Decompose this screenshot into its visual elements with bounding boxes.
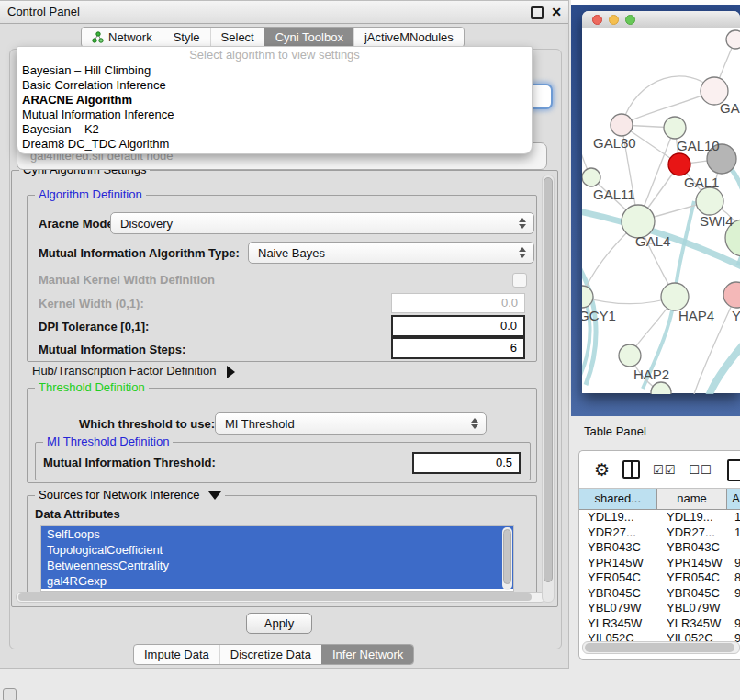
table-cell: YLR345W <box>658 616 730 632</box>
tab-style[interactable]: Style <box>163 28 210 47</box>
data-attribute-item[interactable]: gal4RGexp <box>41 573 513 589</box>
scrollbar-thumb[interactable] <box>585 643 734 652</box>
mi-algorithm-type-combobox[interactable]: Naive Bayes <box>248 242 534 264</box>
tab-select-label: Select <box>221 30 254 44</box>
minimize-traffic-light-icon[interactable] <box>609 15 619 25</box>
page-icon[interactable] <box>727 459 740 481</box>
tab-cyni-toolbox[interactable]: Cyni Toolbox <box>264 28 353 47</box>
expanded-arrow-icon[interactable] <box>208 491 221 500</box>
manual-kernel-width-checkbox <box>512 273 527 288</box>
split-columns-icon[interactable] <box>622 460 640 479</box>
grip-icon[interactable] <box>3 688 17 700</box>
close-window-icon[interactable]: ✕ <box>551 4 562 20</box>
network-node[interactable] <box>619 344 641 367</box>
settings-horizontal-scrollbar[interactable] <box>16 592 546 603</box>
attributes-list-scrollbar[interactable] <box>502 527 512 590</box>
table-row[interactable]: YPR145WYPR145W9. <box>579 556 740 571</box>
tab-network[interactable]: Network <box>82 28 163 47</box>
data-attribute-item[interactable]: BetweennessCentrality <box>41 558 513 573</box>
sources-group-title[interactable]: Sources for Network Inference <box>35 488 225 502</box>
algorithm-option[interactable]: Bayesian – Hill Climbing <box>17 63 532 78</box>
table-row[interactable]: YDL19...YDL19...13 <box>579 510 740 525</box>
close-traffic-light-icon[interactable] <box>592 15 602 25</box>
network-window: GALGAL80GAL10GAL1GAL11SWI4GAL4GCY1HAP4YH… <box>582 11 740 393</box>
tab-impute-data[interactable]: Impute Data <box>134 645 219 664</box>
node-label: GAL4 <box>635 233 670 249</box>
table-cell: YBL079W <box>658 601 730 616</box>
threshold-definition-group: Threshold Definition Which threshold to … <box>27 388 537 483</box>
node-label: GAL <box>720 100 740 116</box>
network-node[interactable] <box>611 114 633 136</box>
tab-jactivemnodules[interactable]: jActiveMNodules <box>353 28 464 47</box>
mi-steps-field[interactable]: 6 <box>391 337 525 359</box>
network-window-titlebar[interactable] <box>582 11 740 28</box>
algorithm-option[interactable]: Dream8 DC_TDC Algorithm <box>17 137 532 152</box>
algorithm-option[interactable]: ARACNE Algorithm <box>17 93 532 107</box>
tab-discretize-data-label: Discretize Data <box>230 648 311 661</box>
scrollbar-thumb[interactable] <box>544 177 553 582</box>
table-cell: 9. <box>730 556 740 571</box>
zoom-traffic-light-icon[interactable] <box>625 15 635 25</box>
settings-vertical-scrollbar[interactable] <box>542 175 555 603</box>
algorithm-option[interactable]: Basic Correlation Inference <box>17 78 532 93</box>
control-panel-titlebar: Control Panel ✕ <box>0 1 568 24</box>
network-node[interactable] <box>651 382 671 394</box>
which-threshold-combobox[interactable]: MI Threshold <box>215 412 487 435</box>
node-label: GAL80 <box>593 135 636 151</box>
network-node[interactable] <box>582 168 600 186</box>
data-attribute-item[interactable]: SelfLoops <box>41 526 513 542</box>
table-cell <box>730 540 740 556</box>
cyni-algorithm-settings-group: Cyni Algorithm Settings Algorithm Defini… <box>11 170 558 607</box>
table-cell: YLR345W <box>579 616 658 632</box>
column-header-name[interactable]: name <box>657 489 728 509</box>
table-row[interactable]: YBR045CYBR045C9. <box>579 586 740 602</box>
hub-tf-definition-section[interactable]: Hub/Transcription Factor Definition <box>32 364 235 378</box>
table-panel-title: Table Panel <box>584 424 646 438</box>
tab-infer-network[interactable]: Infer Network <box>321 645 413 664</box>
table-cell: 12 <box>730 525 740 541</box>
table-row[interactable]: YLR345WYLR345W9. <box>579 616 740 632</box>
collapsed-arrow-icon[interactable] <box>227 366 235 378</box>
table-row[interactable]: YDR27...YDR27...12 <box>579 525 740 541</box>
table-row[interactable]: YBR043CYBR043C <box>579 540 740 556</box>
table-row[interactable]: YBL079WYBL079W <box>579 601 740 616</box>
cyni-bottom-tabbar: Impute Data Discretize Data Infer Networ… <box>133 644 414 665</box>
column-header-clipped[interactable]: A <box>727 489 740 509</box>
control-panel-title: Control Panel <box>7 5 80 18</box>
network-node[interactable] <box>726 30 740 49</box>
table-row[interactable]: YER054CYER054C8. <box>579 570 740 586</box>
algorithm-list: Bayesian – Hill ClimbingBasic Correlatio… <box>17 63 532 152</box>
tab-select[interactable]: Select <box>210 28 264 47</box>
data-attributes-items: SelfLoopsTopologicalCoefficientBetweenne… <box>41 526 513 589</box>
network-node[interactable] <box>668 153 690 175</box>
tab-style-label: Style <box>174 30 200 44</box>
dpi-tolerance-field[interactable]: 0.0 <box>391 315 525 337</box>
gear-icon[interactable]: ⚙ <box>594 461 610 479</box>
table-horizontal-scrollbar[interactable] <box>582 641 740 654</box>
network-node[interactable] <box>723 282 740 308</box>
data-attribute-item[interactable]: TopologicalCoefficient <box>41 542 513 558</box>
scrollbar-thumb[interactable] <box>18 593 532 601</box>
table-cell: YDR27... <box>658 525 730 541</box>
algorithm-option[interactable]: Bayesian – K2 <box>17 122 532 137</box>
tab-infer-network-label: Infer Network <box>332 648 403 661</box>
scrollbar-thumb[interactable] <box>503 529 511 584</box>
algorithm-option[interactable]: Mutual Information Inference <box>17 107 532 122</box>
algorithm-dropdown-prompt: Select algorithm to view settings <box>17 47 532 63</box>
unchecked-boxes-icon[interactable]: ☐☐ <box>689 463 712 477</box>
aracne-mode-combobox[interactable]: Discovery <box>110 212 534 234</box>
checked-boxes-icon[interactable]: ☑☑ <box>653 463 676 477</box>
network-node[interactable] <box>696 187 723 215</box>
network-canvas[interactable]: GALGAL80GAL10GAL1GAL11SWI4GAL4GCY1HAP4YH… <box>582 28 740 394</box>
column-header-shared[interactable]: shared... <box>579 489 657 509</box>
float-window-icon[interactable] <box>531 6 544 19</box>
network-node[interactable] <box>661 283 689 310</box>
network-icon <box>92 31 104 43</box>
tab-discretize-data[interactable]: Discretize Data <box>219 645 321 664</box>
table-header-row: shared... name A <box>579 489 740 510</box>
table-toolbar: ⚙ ☑☑ ☐☐ <box>579 451 740 489</box>
table-cell <box>730 601 740 616</box>
apply-button[interactable]: Apply <box>246 613 312 634</box>
mi-threshold-field[interactable]: 0.5 <box>412 452 521 474</box>
network-node[interactable] <box>664 117 686 139</box>
